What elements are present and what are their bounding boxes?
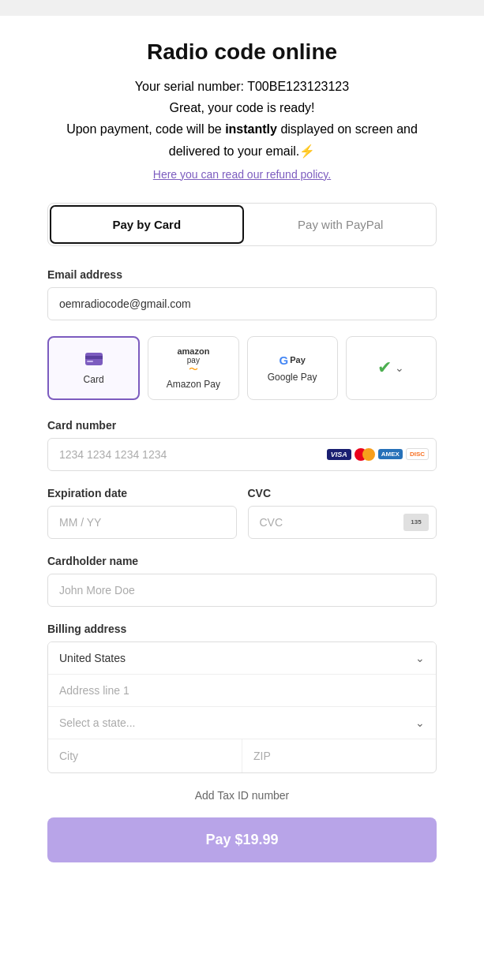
cardholder-section: Cardholder name (47, 555, 437, 623)
zip-field[interactable] (242, 739, 436, 772)
visa-icon: VISA (327, 449, 351, 460)
card-number-label: Card number (47, 419, 437, 432)
country-value: United States (59, 652, 415, 664)
discover-icon: DISC (406, 448, 429, 460)
mastercard-icon (355, 448, 375, 461)
pay-button[interactable]: Pay $19.99 (47, 817, 437, 862)
payment-note: Upon payment, code will be instantly dis… (47, 118, 437, 161)
zip-input[interactable] (253, 750, 425, 762)
google-method-label: Google Pay (268, 372, 317, 383)
state-field[interactable]: Select a state... ⌄ (48, 707, 436, 739)
billing-fields: United States ⌄ Select a state... ⌄ (47, 641, 437, 773)
payment-method-google[interactable]: G Pay Google Pay (247, 336, 338, 400)
country-field[interactable]: United States ⌄ (48, 642, 436, 675)
email-section: Email address (47, 268, 437, 336)
google-pay-logo: G Pay (280, 353, 306, 367)
page-title: Radio code online (47, 39, 437, 65)
checkmark-icon: ✔ (377, 357, 392, 378)
serial-number: T00BE123123123 (247, 80, 349, 93)
cardholder-input[interactable] (47, 574, 437, 607)
address-field[interactable] (48, 675, 436, 707)
payment-tabs: Pay by Card Pay with PayPal (47, 203, 437, 246)
cvc-label: CVC (248, 487, 437, 499)
serial-line: Your serial number: T00BE123123123 (47, 76, 437, 97)
card-method-label: Card (84, 374, 104, 385)
cvc-section: CVC 135 (248, 487, 437, 539)
billing-section: Billing address United States ⌄ Select a… (47, 623, 437, 773)
billing-label: Billing address (47, 623, 437, 635)
email-input[interactable] (47, 287, 437, 320)
amazon-pay-logo: amazon pay 〜 (177, 346, 209, 374)
card-number-section: Card number VISA AMEX DISC (47, 419, 437, 471)
state-select[interactable]: Select a state... (59, 716, 415, 729)
city-field[interactable] (48, 739, 242, 772)
payment-note-1: Upon payment, code will be (66, 122, 225, 136)
cvc-number: 135 (411, 518, 421, 526)
more-chevron-icon: ⌄ (395, 361, 404, 374)
lightning-icon: ⚡ (299, 144, 315, 158)
amex-icon: AMEX (378, 449, 403, 459)
amazon-method-label: Amazon Pay (167, 379, 220, 390)
payment-method-more[interactable]: ✔ ⌄ (346, 336, 437, 400)
refund-link[interactable]: Here you can read our refund policy. (47, 168, 437, 181)
tab-paypal[interactable]: Pay with PayPal (246, 204, 437, 245)
pay-text: Pay (290, 355, 306, 365)
country-chevron-icon: ⌄ (415, 652, 425, 664)
city-input[interactable] (59, 750, 231, 762)
card-brand-icons: VISA AMEX DISC (327, 448, 429, 461)
serial-info: Your serial number: T00BE123123123 Great… (47, 76, 437, 162)
tab-card[interactable]: Pay by Card (50, 205, 244, 244)
expiry-label: Expiration date (47, 487, 237, 499)
code-ready-line: Great, your code is ready! (47, 97, 437, 118)
serial-label: Your serial number: (135, 80, 244, 93)
state-chevron-icon: ⌄ (415, 716, 425, 729)
email-label: Email address (47, 268, 437, 281)
card-number-wrapper: VISA AMEX DISC (47, 438, 437, 471)
cvc-card-icon: 135 (403, 514, 429, 531)
address-input[interactable] (59, 684, 425, 697)
payment-method-amazon[interactable]: amazon pay 〜 Amazon Pay (148, 336, 238, 400)
amazon-text: amazon (177, 346, 209, 356)
expiry-cvc-row: Expiration date CVC 135 (47, 487, 437, 539)
cvc-input-wrapper: 135 (248, 506, 437, 539)
tax-id-link[interactable]: Add Tax ID number (47, 789, 437, 802)
g-icon: G (280, 353, 289, 367)
card-icon (85, 351, 103, 369)
svg-rect-2 (87, 361, 93, 362)
city-zip-row (48, 739, 436, 772)
expiry-section: Expiration date (47, 487, 237, 539)
svg-rect-1 (85, 356, 103, 359)
expiry-input[interactable] (47, 506, 237, 539)
payment-container: Radio code online Your serial number: T0… (0, 16, 484, 980)
payment-method-card[interactable]: Card (47, 336, 140, 400)
payment-methods: Card amazon pay 〜 Amazon Pay G Pay Googl… (47, 336, 437, 400)
cardholder-label: Cardholder name (47, 555, 437, 567)
amazon-smile-icon: 〜 (189, 365, 198, 374)
instantly-text: instantly (225, 122, 277, 136)
